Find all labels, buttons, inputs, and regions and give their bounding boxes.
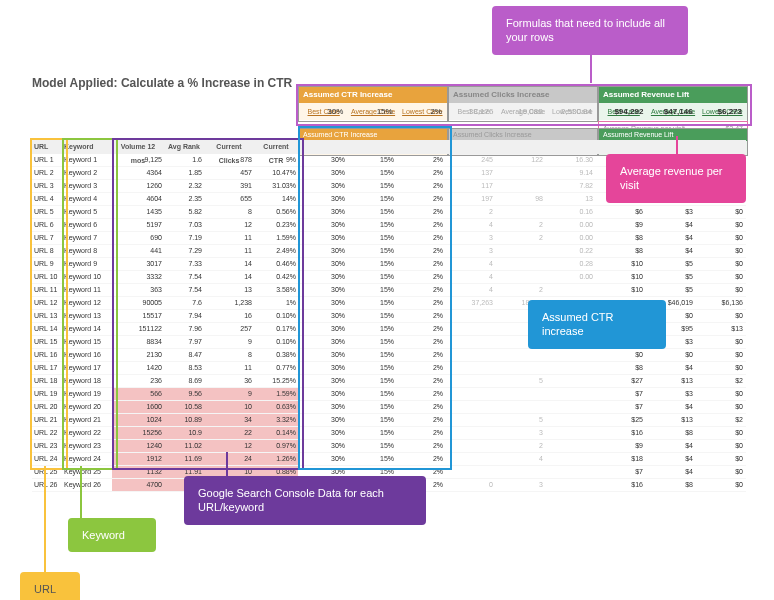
callout-ctr-increase: Assumed CTR increase — [528, 300, 666, 349]
table-row: URL 7Keyword 76907.19111.59%30%15%2%320.… — [32, 232, 746, 245]
callout-formulas: Formulas that need to include all your r… — [492, 6, 688, 55]
table-row: URL 6Keyword 651977.03120.23%30%15%2%420… — [32, 219, 746, 232]
table-row: URL 22Keyword 221525610.9220.14%30%15%2%… — [32, 427, 746, 440]
table-row: URL 23Keyword 23124011.02120.97%30%15%2%… — [32, 440, 746, 453]
table-row: URL 20Keyword 20160010.58100.63%30%15%2%… — [32, 401, 746, 414]
table-row: URL 8Keyword 84417.29112.49%30%15%2%30.2… — [32, 245, 746, 258]
callout-url: URL — [20, 572, 80, 600]
table-row: URL 21Keyword 21102410.89343.32%30%15%2%… — [32, 414, 746, 427]
table-row: URL 17Keyword 1714208.53110.77%30%15%2%$… — [32, 362, 746, 375]
summary-revenue: $94,292 $47,146 $6,273 — [598, 103, 746, 120]
header-ctr-label: Assumed CTR Increase — [299, 87, 447, 103]
header-clicks-label: Assumed Clicks Increase — [449, 87, 597, 103]
table-row: URL 24Keyword 24191211.69241.26%30%15%2%… — [32, 453, 746, 466]
callout-keyword: Keyword — [68, 518, 156, 552]
table-row: URL 18Keyword 182368.693615.25%30%15%2%5… — [32, 375, 746, 388]
callout-gsc-data: Google Search Console Data for each URL/… — [184, 476, 426, 525]
header-rev-label: Assumed Revenue Lift — [599, 87, 747, 103]
table-header: URL Keyword Volume 12 mos Avg Rank Curre… — [32, 140, 746, 154]
table-row: URL 10Keyword 1033327.54140.42%30%15%2%4… — [32, 271, 746, 284]
summary-clicks: 38,176 19,088 2,530.84 — [448, 103, 596, 120]
table-row: URL 5Keyword 514355.8280.56%30%15%2%20.1… — [32, 206, 746, 219]
table-row: URL 16Keyword 1621308.4780.38%30%15%2%$0… — [32, 349, 746, 362]
page-title: Model Applied: Calculate a % Increase in… — [32, 76, 292, 90]
callout-avg-revenue: Average revenue per visit — [606, 154, 746, 203]
table-row: URL 9Keyword 930177.33140.46%30%15%2%40.… — [32, 258, 746, 271]
table-row: URL 11Keyword 113637.54133.58%30%15%2%42… — [32, 284, 746, 297]
table-row: URL 19Keyword 195669.5691.59%30%15%2%$7$… — [32, 388, 746, 401]
summary-ctr: 30% 15% 2% — [298, 103, 446, 120]
